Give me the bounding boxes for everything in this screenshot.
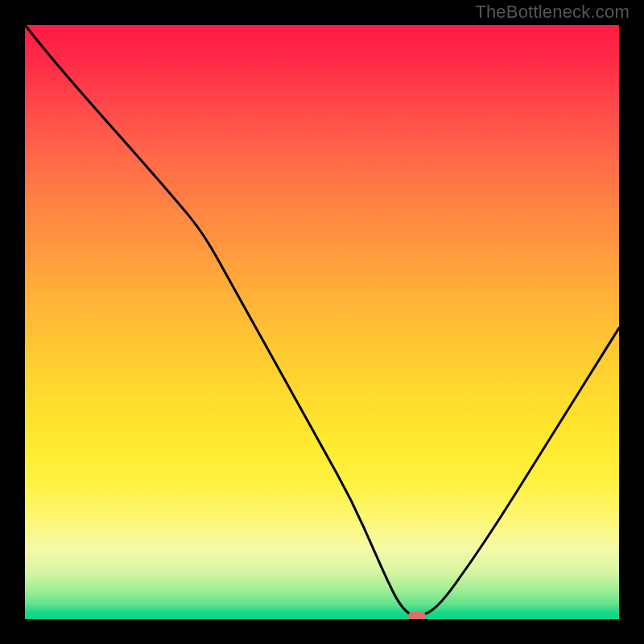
plot-area — [25, 25, 619, 619]
minimum-marker — [408, 612, 426, 619]
bottleneck-curve — [25, 25, 619, 619]
attribution-text: TheBottleneck.com — [475, 2, 630, 23]
curve-path — [25, 25, 619, 616]
